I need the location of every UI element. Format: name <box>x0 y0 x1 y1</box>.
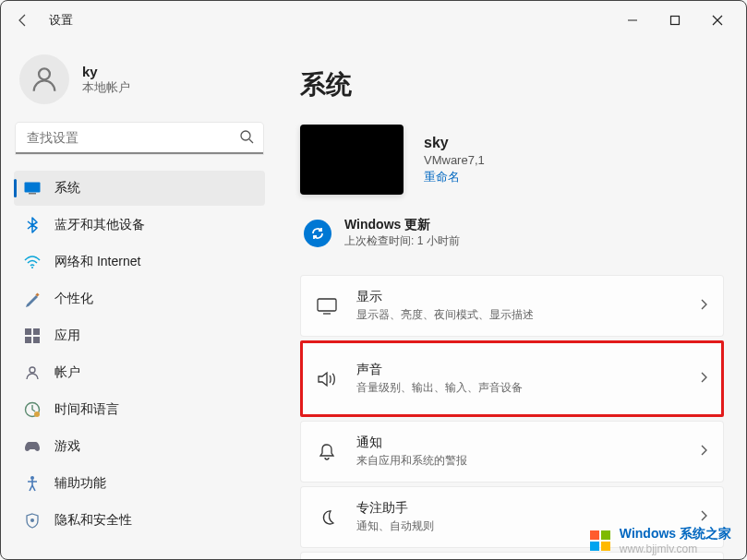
sidebar-item-label: 系统 <box>54 180 80 197</box>
svg-rect-12 <box>33 337 40 343</box>
card-sub: 显示器、亮度、夜间模式、显示描述 <box>356 307 699 323</box>
sidebar-item-personalization[interactable]: 个性化 <box>14 281 265 316</box>
user-account-type: 本地帐户 <box>82 79 130 96</box>
search-input[interactable] <box>16 123 263 154</box>
sidebar-item-time-language[interactable]: 时间和语言 <box>14 392 265 427</box>
sidebar-item-apps[interactable]: 应用 <box>14 318 265 353</box>
svg-point-16 <box>30 476 34 480</box>
minimize-button[interactable] <box>611 6 654 35</box>
device-name: sky <box>424 135 485 151</box>
setting-card-focus-assist[interactable]: 专注助手 通知、自动规则 <box>300 486 724 548</box>
windows-update-row[interactable]: Windows 更新 上次检查时间: 1 小时前 <box>300 217 724 249</box>
close-button[interactable] <box>696 6 739 35</box>
sound-icon <box>316 368 338 390</box>
card-title: 通知 <box>356 435 699 451</box>
svg-point-15 <box>34 411 40 417</box>
chevron-right-icon <box>699 509 708 526</box>
rename-link[interactable]: 重命名 <box>424 169 460 185</box>
system-icon <box>23 179 42 197</box>
card-sub: 通知、自动规则 <box>356 518 699 534</box>
card-title: 声音 <box>356 362 699 378</box>
sidebar-item-label: 辅助功能 <box>54 475 106 492</box>
svg-line-4 <box>249 139 253 143</box>
svg-rect-5 <box>25 183 41 193</box>
page-title: 系统 <box>300 67 724 102</box>
svg-point-3 <box>241 131 250 140</box>
sidebar-item-label: 应用 <box>54 328 80 344</box>
sidebar-item-accessibility[interactable]: 辅助功能 <box>14 466 265 501</box>
app-title: 设置 <box>49 12 73 29</box>
svg-point-2 <box>39 68 50 79</box>
svg-rect-11 <box>25 337 31 343</box>
bluetooth-icon <box>23 216 42 234</box>
svg-rect-9 <box>25 328 31 335</box>
svg-rect-6 <box>29 193 36 195</box>
sidebar-item-gaming[interactable]: 游戏 <box>14 429 265 464</box>
privacy-icon <box>23 511 42 530</box>
sidebar-item-accounts[interactable]: 帐户 <box>14 355 265 390</box>
gaming-icon <box>23 437 42 456</box>
sidebar-item-label: 个性化 <box>54 291 93 307</box>
sidebar: ky 本地帐户 系统 蓝牙和其他设备 网络和 Internet <box>1 40 278 559</box>
sidebar-item-label: 隐私和安全性 <box>54 512 132 529</box>
setting-card-notifications[interactable]: 通知 来自应用和系统的警报 <box>300 421 724 483</box>
update-sub: 上次检查时间: 1 小时前 <box>344 233 460 249</box>
setting-card-sound[interactable]: 声音 音量级别、输出、输入、声音设备 <box>300 340 724 417</box>
accounts-icon <box>23 363 42 382</box>
main-panel: 系统 sky VMware7,1 重命名 Windows 更新 上次检查时间: … <box>278 40 746 559</box>
sidebar-item-label: 时间和语言 <box>54 401 119 418</box>
update-title: Windows 更新 <box>344 217 460 233</box>
focus-assist-icon <box>316 506 338 529</box>
card-title: 显示 <box>356 289 699 305</box>
svg-point-13 <box>30 367 35 373</box>
svg-point-17 <box>30 518 34 522</box>
personalization-icon <box>23 290 42 308</box>
notifications-icon <box>316 441 338 463</box>
chevron-right-icon <box>699 371 708 387</box>
network-icon <box>23 253 42 271</box>
sidebar-item-privacy[interactable]: 隐私和安全性 <box>14 503 265 538</box>
device-model: VMware7,1 <box>424 153 485 167</box>
about-device: sky VMware7,1 重命名 <box>300 125 724 195</box>
setting-card-display[interactable]: 显示 显示器、亮度、夜间模式、显示描述 <box>300 275 724 337</box>
update-icon <box>304 220 331 247</box>
search-icon <box>239 129 254 148</box>
sidebar-item-network[interactable]: 网络和 Internet <box>14 244 265 280</box>
maximize-button[interactable] <box>654 6 696 35</box>
sidebar-item-system[interactable]: 系统 <box>14 171 265 206</box>
sidebar-item-label: 游戏 <box>54 438 80 455</box>
svg-point-7 <box>31 267 33 268</box>
setting-card-power[interactable]: 电源 <box>300 552 724 559</box>
apps-icon <box>23 327 42 345</box>
search-box <box>16 123 263 154</box>
titlebar: 设置 <box>1 1 746 40</box>
card-sub: 来自应用和系统的警报 <box>356 453 699 469</box>
time-language-icon <box>23 400 42 419</box>
svg-rect-18 <box>318 299 336 311</box>
accessibility-icon <box>23 474 42 493</box>
sidebar-item-label: 网络和 Internet <box>54 254 140 270</box>
back-button[interactable] <box>8 6 38 35</box>
svg-rect-10 <box>33 328 40 335</box>
avatar <box>19 54 69 104</box>
sidebar-item-label: 帐户 <box>54 364 80 381</box>
sidebar-item-bluetooth[interactable]: 蓝牙和其他设备 <box>14 208 265 243</box>
card-sub: 音量级别、输出、输入、声音设备 <box>356 380 699 396</box>
user-name: ky <box>82 64 130 79</box>
card-title: 专注助手 <box>356 500 699 517</box>
device-thumbnail <box>300 125 404 195</box>
svg-rect-1 <box>671 17 680 25</box>
user-profile[interactable]: ky 本地帐户 <box>14 45 265 119</box>
sidebar-item-label: 蓝牙和其他设备 <box>54 217 145 233</box>
display-icon <box>316 295 338 317</box>
chevron-right-icon <box>699 444 708 460</box>
chevron-right-icon <box>699 298 708 315</box>
